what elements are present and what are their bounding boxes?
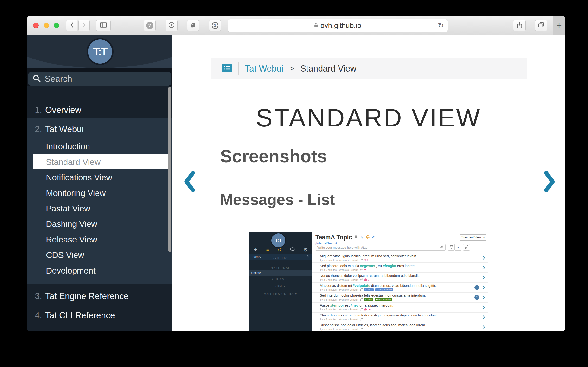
message-hashtag[interactable]: #vulputate [353, 284, 370, 288]
message-hashtag[interactable]: #tempor [330, 303, 344, 307]
chevron-right-icon[interactable] [482, 295, 485, 301]
sidebar-item-tat-webui[interactable]: Tat Webui [45, 124, 83, 134]
sidebar-item-release-view[interactable]: Release View [46, 235, 97, 244]
filter-button[interactable] [448, 244, 455, 251]
star-outline-icon[interactable]: ☆ [360, 235, 363, 240]
message-label-pill[interactable]: • done:yesnault [375, 298, 392, 301]
history-icon[interactable]: ↺ [278, 247, 282, 253]
chevron-right-icon[interactable] [482, 315, 485, 321]
doc-list-icon[interactable] [222, 64, 232, 74]
heart-icon[interactable]: ♥ [364, 259, 366, 262]
close-window-button[interactable] [33, 23, 39, 28]
sidebar-item-monitoring-view[interactable]: Monitoring View [46, 188, 106, 198]
app-channel-item[interactable]: /TeamA [250, 270, 312, 276]
reply-count-badge[interactable]: 2 [475, 295, 479, 300]
link-icon [360, 308, 362, 311]
app-channel-item[interactable]: /PRIVATE [250, 277, 312, 281]
extension-button-ghostery[interactable] [187, 20, 199, 31]
sidebar-scrollbar[interactable] [168, 87, 171, 252]
next-page-arrow[interactable] [544, 171, 555, 193]
message-row[interactable]: Sed placerat odio et nulla #egestas , eu… [312, 263, 488, 272]
message-label-pill[interactable]: • doing [364, 288, 374, 291]
chevron-right-icon[interactable] [482, 265, 485, 271]
view-mode-value: Standard View [461, 236, 481, 239]
chat-icon[interactable] [290, 247, 295, 253]
chevron-right-icon[interactable] [482, 256, 485, 261]
send-icon[interactable] [440, 245, 443, 250]
heart-icon[interactable]: ♥ [369, 308, 371, 311]
link-icon [360, 278, 362, 282]
chevron-right-icon[interactable] [482, 325, 485, 330]
message-hashtag[interactable]: #egestas [360, 264, 375, 268]
reload-icon[interactable]: ↻ [438, 21, 444, 30]
message-row[interactable]: Suspendisse non dolor ultricies, laoreet… [312, 322, 488, 331]
gear-icon[interactable]: ⚙ [303, 247, 308, 253]
breadcrumb-link[interactable]: Tat Webui [245, 64, 283, 74]
message-timestamp-author: il y a 5 minutes - Yvonnick Esnault [320, 298, 358, 301]
person-icon[interactable] [354, 235, 358, 240]
message-row[interactable]: Sed interdum dolor pharetra felis egesta… [312, 293, 488, 302]
message-row[interactable]: Fusce #tempor est #nec urna aliquet inte… [312, 303, 488, 312]
sidebar-search-input[interactable]: Search [28, 72, 171, 86]
sidebar-item-introduction[interactable]: Introduction [46, 142, 90, 151]
chevron-right-icon[interactable] [482, 275, 485, 281]
message-hashtag[interactable]: #nec [351, 303, 358, 307]
previous-page-arrow[interactable] [184, 171, 195, 193]
sidebar-item-cds-view[interactable]: CDS View [46, 250, 84, 260]
zoom-window-button[interactable] [54, 23, 59, 28]
pencil-icon[interactable] [372, 235, 375, 240]
heart-icon[interactable]: ♥ [364, 268, 366, 272]
forward-button[interactable] [78, 20, 90, 31]
message-label-pill[interactable]: • done [364, 298, 373, 301]
message-row[interactable]: Donec rhoncus dolor vel ipsum rutrum, at… [312, 273, 488, 282]
message-composer-input[interactable]: Write your message here with #tag [315, 244, 446, 251]
app-channel-item[interactable]: /INTERNAL [250, 266, 312, 269]
tabs-overview-button[interactable] [535, 20, 547, 31]
sidebar-toggle-button[interactable] [96, 20, 111, 31]
expand-button[interactable] [463, 244, 470, 251]
sidebar-item-tat-engine-reference[interactable]: Tat Engine Reference [45, 291, 129, 301]
bell-icon[interactable] [366, 235, 370, 240]
sidebar-item-overview[interactable]: Overview [45, 105, 81, 115]
sidebar-item-notifications-view[interactable]: Notifications View [46, 173, 112, 182]
breadcrumb-divider [238, 62, 239, 75]
minimize-window-button[interactable] [44, 23, 49, 28]
app-channel-item[interactable]: /OTHERS USERS ▾ [250, 292, 312, 295]
share-button[interactable] [513, 20, 526, 31]
chevron-right-icon[interactable] [482, 305, 485, 311]
app-screenshot: T:T ★ ≡ ↺ ⚙ teamA [250, 232, 488, 331]
star-icon[interactable]: ★ [253, 247, 258, 253]
chevron-right-icon[interactable] [482, 285, 485, 291]
sidebar-item-development[interactable]: Development [46, 266, 96, 275]
new-tab-button[interactable]: + [553, 16, 565, 35]
extension-button-blocker[interactable] [166, 20, 177, 31]
message-row[interactable]: Etiam rhoncus est pretium tortor tristiq… [312, 313, 488, 322]
view-mode-select[interactable]: Standard View ▾ [459, 234, 486, 241]
chevron-right-icon [544, 171, 555, 192]
message-label-pill[interactable]: • doing:yesnault [375, 288, 393, 291]
back-button[interactable] [66, 20, 77, 31]
message-hashtag[interactable]: #feugiat [383, 264, 396, 268]
sidebar-item-standard-view[interactable]: Standard View [46, 157, 101, 167]
message-row[interactable]: Aliquam vitae ligula lacinia, pretium ur… [312, 253, 488, 262]
message-text: Maecenas dictum mi #vulputate diam cursu… [320, 284, 488, 288]
filter-caret-button[interactable]: ▾ [455, 244, 461, 251]
message-meta: il y a 5 minutes - Yvonnick Esnault♥2 [320, 259, 488, 262]
app-channel-item[interactable]: /PUBLIC [250, 257, 312, 260]
extension-button-question[interactable]: ? [144, 20, 156, 31]
thumbs-up-icon[interactable] [364, 278, 367, 282]
tat-logo[interactable]: T:T [87, 38, 113, 65]
sidebar-item-tat-cli-reference[interactable]: Tat CLI Reference [45, 310, 115, 321]
extension-button-1password[interactable]: 1 [209, 20, 221, 31]
thumbs-up-icon[interactable] [364, 308, 367, 311]
caret-down-icon: ▾ [483, 236, 484, 239]
address-bar[interactable]: ovh.github.io ↻ [228, 19, 448, 32]
search-placeholder: Search [45, 74, 72, 84]
message-row[interactable]: Maecenas dictum mi #vulputate diam cursu… [312, 283, 488, 292]
list-icon[interactable]: ≡ [266, 247, 269, 253]
reply-count-badge[interactable]: 1 [475, 285, 479, 290]
sidebar-item-dashing-view[interactable]: Dashing View [46, 219, 97, 229]
sidebar-search-strip: Search [27, 68, 172, 86]
sidebar-item-pastat-view[interactable]: Pastat View [46, 204, 90, 213]
app-channel-item[interactable]: /DM ▾ [250, 284, 312, 288]
